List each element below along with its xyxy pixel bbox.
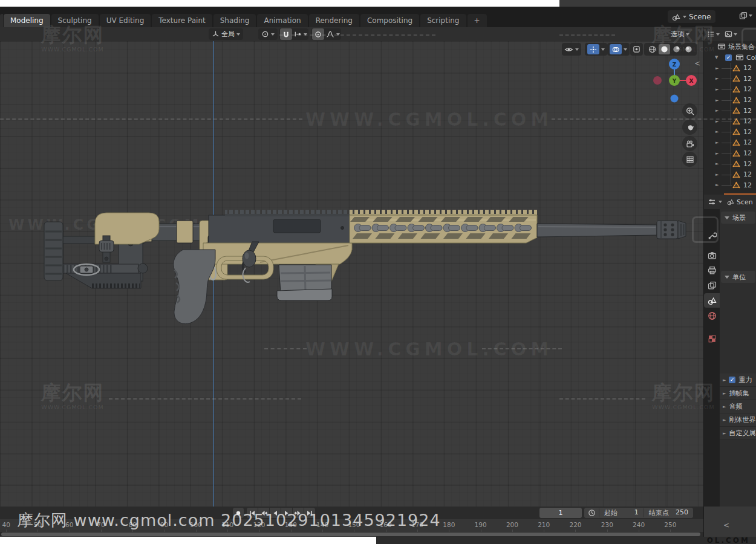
outliner-mesh-item[interactable]: ► 12 xyxy=(704,158,756,169)
transform-orientation-dropdown[interactable]: 全局 xyxy=(209,28,243,40)
outliner-mesh-item[interactable]: ► 12 xyxy=(704,148,756,159)
tab-tool[interactable] xyxy=(704,228,720,242)
show-gizmo-toggle[interactable] xyxy=(587,44,599,54)
workspace-tab[interactable]: Modeling xyxy=(4,14,50,27)
orthographic-toggle-button[interactable] xyxy=(682,152,697,167)
properties-section-header[interactable]: ► 自定义属 xyxy=(720,427,756,440)
outliner-mesh-item[interactable]: ► 12 xyxy=(704,63,756,74)
expand-arrow-icon[interactable]: ► xyxy=(715,119,719,124)
play-button[interactable] xyxy=(281,508,292,518)
outliner-mesh-item[interactable]: ► 12 xyxy=(704,116,756,127)
tab-world[interactable] xyxy=(704,308,720,323)
expand-arrow-icon[interactable]: ► xyxy=(715,76,719,81)
expand-arrow-icon[interactable]: ► xyxy=(715,87,719,92)
camera-view-button[interactable] xyxy=(682,136,697,151)
record-button[interactable] xyxy=(233,508,244,518)
scene-selector[interactable]: Scene xyxy=(668,10,715,23)
panel-collapse-arrow[interactable]: < xyxy=(723,521,729,529)
collection-checkbox[interactable]: ✓ xyxy=(725,54,732,61)
snap-target-icon[interactable] xyxy=(294,30,302,38)
expand-arrow-icon[interactable]: ► xyxy=(715,98,719,103)
properties-sections: ► ✓ 重力 ► 插帧集 ► 音频 ► 刚体世界 ► 自定义属 ► xyxy=(720,374,756,440)
expand-arrow-icon[interactable]: ► xyxy=(715,151,719,156)
workspace-tab[interactable]: Compositing xyxy=(360,14,419,27)
panel-units[interactable]: 单位 xyxy=(721,271,755,283)
pivot-point-dropdown[interactable] xyxy=(258,28,278,40)
end-frame-field[interactable]: 结束点 250 xyxy=(644,508,693,517)
outliner-mesh-item[interactable]: ► 12 xyxy=(704,127,756,138)
scene-collection-row[interactable]: 场景集合 xyxy=(704,41,756,52)
snap-toggle-button[interactable] xyxy=(280,28,292,40)
expand-arrow-icon[interactable]: ► xyxy=(715,108,719,113)
viewport-3d[interactable]: WWW.CGMOL.COM xyxy=(0,41,703,507)
use-preview-range-button[interactable] xyxy=(584,509,599,517)
mesh-data-icon xyxy=(732,128,740,136)
view-layer-selector[interactable] xyxy=(739,11,752,20)
expand-arrow-icon[interactable]: ► xyxy=(715,161,719,166)
workspace-tab[interactable]: Animation xyxy=(257,14,307,27)
previous-keyframe-button[interactable] xyxy=(258,508,269,518)
app-menu-stub[interactable] xyxy=(0,14,3,27)
outliner-filter-dropdown[interactable] xyxy=(725,30,737,38)
workspace-tab[interactable]: Shading xyxy=(213,14,256,27)
wireframe-shading-button[interactable] xyxy=(647,44,658,54)
tab-view-layer[interactable] xyxy=(704,278,720,293)
material-preview-button[interactable] xyxy=(671,44,682,54)
panel-scene[interactable]: 场景 xyxy=(721,212,755,224)
outliner-mesh-item[interactable]: ► 12 xyxy=(704,180,756,191)
workspace-tab[interactable]: Scripting xyxy=(420,14,466,27)
expand-arrow-icon[interactable]: ► xyxy=(715,129,719,134)
start-frame-field[interactable]: 起始 1 xyxy=(599,508,644,517)
outliner-mesh-item[interactable]: ► 12 xyxy=(704,137,756,148)
overlays-dropdown[interactable] xyxy=(607,43,630,56)
properties-editor-icon[interactable] xyxy=(708,198,716,206)
show-overlays-toggle[interactable] xyxy=(610,44,622,54)
timeline-ruler[interactable]: 40 50 60 70 80 90 100 110 120 xyxy=(0,519,703,532)
workspace-tab[interactable]: Texture Paint xyxy=(152,14,212,27)
tab-output[interactable] xyxy=(704,263,720,277)
outliner-mesh-item[interactable]: ► 12 xyxy=(704,84,756,95)
panel-scene-label: 场景 xyxy=(732,213,746,222)
outliner-mesh-item[interactable]: ► 12 xyxy=(704,95,756,106)
expand-arrow-icon[interactable]: ► xyxy=(715,172,719,177)
timeline-scrollbar[interactable] xyxy=(1,533,700,536)
jump-to-end-button[interactable] xyxy=(304,508,315,518)
falloff-curve-icon[interactable] xyxy=(326,30,334,38)
visibility-dropdown[interactable] xyxy=(562,43,581,56)
outliner-mesh-item[interactable]: ► 12 xyxy=(704,169,756,180)
play-reverse-button[interactable] xyxy=(270,508,281,518)
proportional-edit-toggle[interactable] xyxy=(312,28,324,40)
properties-section-header[interactable]: ► ✓ 重力 xyxy=(720,374,756,387)
rendered-shading-button[interactable] xyxy=(683,44,694,54)
current-frame-field[interactable]: 1 xyxy=(539,508,582,518)
pan-button[interactable] xyxy=(682,120,697,135)
xray-toggle[interactable] xyxy=(630,43,643,56)
workspace-tab[interactable]: Rendering xyxy=(309,14,359,27)
navigation-gizmo[interactable]: Z Y X xyxy=(653,57,699,108)
workspace-tab[interactable]: + xyxy=(468,14,487,27)
section-checkbox[interactable]: ✓ xyxy=(729,377,735,383)
outliner-display-mode-dropdown[interactable] xyxy=(707,30,720,38)
zoom-button[interactable] xyxy=(682,103,697,118)
expand-arrow-icon[interactable]: ► xyxy=(715,66,719,71)
properties-section-header[interactable]: ► 音频 xyxy=(720,400,756,413)
tab-texture[interactable] xyxy=(704,331,720,346)
properties-section-header[interactable]: ► 刚体世界 xyxy=(720,413,756,427)
tab-render[interactable] xyxy=(704,248,720,262)
outliner-mesh-item[interactable]: ► 12 xyxy=(704,105,756,116)
collapse-arrow-icon[interactable]: ▼ xyxy=(715,55,718,60)
tab-scene[interactable] xyxy=(704,293,720,308)
gizmo-dropdown[interactable] xyxy=(585,43,607,56)
options-dropdown[interactable]: 选项 xyxy=(668,28,692,40)
outliner-mesh-item[interactable]: ► 12 xyxy=(704,74,756,85)
solid-shading-button[interactable] xyxy=(659,44,670,54)
workspace-tab[interactable]: UV Editing xyxy=(100,14,151,27)
next-keyframe-button[interactable] xyxy=(293,508,304,518)
expand-arrow-icon[interactable]: ► xyxy=(715,140,719,145)
properties-section-header[interactable]: ► 插帧集 xyxy=(720,387,756,400)
jump-to-start-button[interactable] xyxy=(247,508,258,518)
workspace-tab[interactable]: Sculpting xyxy=(51,14,99,27)
expand-arrow-icon[interactable]: ► xyxy=(715,183,719,187)
collection-row[interactable]: ▼ ✓ Col xyxy=(704,52,756,63)
rifle-model-3d[interactable] xyxy=(0,41,703,507)
